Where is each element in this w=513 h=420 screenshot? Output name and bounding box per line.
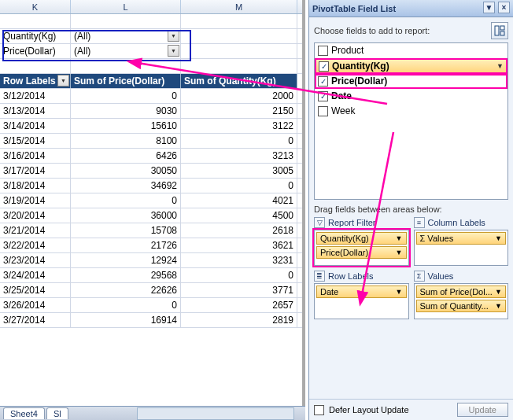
checkbox-icon[interactable] — [318, 106, 328, 116]
area-chip[interactable]: Price(Dollar)▼ — [316, 246, 407, 259]
chevron-down-icon[interactable]: ▼ — [495, 234, 502, 242]
value1-cell[interactable]: 6426 — [71, 149, 181, 163]
area-chip[interactable]: Sum of Quantity...▼ — [416, 300, 507, 312]
chevron-down-icon[interactable]: ▼ — [396, 249, 403, 256]
value2-cell[interactable]: 3621 — [181, 238, 297, 252]
date-cell[interactable]: 3/13/2014 — [0, 104, 71, 118]
value2-cell[interactable]: 2000 — [181, 89, 297, 103]
pane-close-icon[interactable]: × — [498, 2, 510, 13]
value1-cell[interactable]: 29568 — [71, 268, 181, 282]
value2-cell[interactable]: 3231 — [181, 253, 297, 267]
field-item-date[interactable]: ✓Date — [315, 89, 507, 104]
row-labels-header[interactable]: Row Labels ▼ — [0, 74, 71, 88]
date-cell[interactable]: 3/24/2014 — [0, 268, 71, 282]
filter-label-1[interactable]: Quantity(Kg) — [0, 29, 71, 43]
date-cell[interactable]: 3/17/2014 — [0, 164, 71, 178]
field-item-quantity-kg-[interactable]: ✓Quantity(Kg)▼ — [315, 58, 507, 74]
horizontal-scrollbar[interactable] — [137, 407, 294, 420]
column-header-k[interactable]: K — [0, 0, 71, 13]
value2-cell[interactable]: 3771 — [181, 283, 297, 297]
chevron-down-icon[interactable]: ▼ — [396, 234, 403, 242]
checkbox-icon[interactable]: ✓ — [319, 61, 329, 72]
value2-cell[interactable]: 3122 — [181, 119, 297, 133]
table-row: 3/17/2014300503005 — [0, 164, 302, 179]
area-row-labels-list[interactable]: Date▼ — [314, 283, 409, 319]
column-header-m[interactable]: M — [181, 0, 297, 13]
defer-checkbox[interactable] — [314, 405, 324, 415]
area-column-labels-list[interactable]: Σ Values▼ — [414, 230, 509, 266]
col2-header[interactable]: Sum of Quantity(Kg) — [181, 74, 297, 88]
value2-cell[interactable]: 2150 — [181, 104, 297, 118]
value1-cell[interactable]: 21726 — [71, 238, 181, 252]
field-list[interactable]: Product✓Quantity(Kg)▼✓Price(Dollar)✓Date… — [314, 42, 508, 200]
value1-cell[interactable]: 15610 — [71, 119, 181, 133]
value2-cell[interactable]: 0 — [181, 179, 297, 193]
date-cell[interactable]: 3/21/2014 — [0, 223, 71, 238]
pane-menu-icon[interactable]: ▼ — [483, 2, 495, 13]
layout-options-button[interactable] — [491, 22, 508, 39]
filter-value-2[interactable]: (All) ▼ — [71, 44, 181, 58]
chevron-down-icon[interactable]: ▼ — [496, 62, 504, 70]
area-chip[interactable]: Sum of Price(Dol...▼ — [416, 286, 507, 298]
pane-title-bar: PivotTable Field List ▼ × — [309, 0, 513, 17]
value2-cell[interactable]: 2657 — [181, 298, 297, 312]
col1-header[interactable]: Sum of Price(Dollar) — [71, 74, 181, 88]
value2-cell[interactable]: 2819 — [181, 313, 297, 327]
checkbox-icon[interactable] — [318, 46, 328, 56]
date-cell[interactable]: 3/15/2014 — [0, 134, 71, 148]
value2-cell[interactable]: 0 — [181, 268, 297, 282]
field-item-week[interactable]: Week — [315, 104, 507, 119]
date-cell[interactable]: 3/25/2014 — [0, 283, 71, 297]
column-header-l[interactable]: L — [71, 0, 181, 13]
value2-cell[interactable]: 3213 — [181, 149, 297, 163]
value1-cell[interactable]: 22626 — [71, 283, 181, 297]
value1-cell[interactable]: 0 — [71, 298, 181, 312]
value2-cell[interactable]: 2618 — [181, 223, 297, 238]
date-cell[interactable]: 3/26/2014 — [0, 298, 71, 312]
date-cell[interactable]: 3/18/2014 — [0, 179, 71, 193]
value1-cell[interactable]: 15708 — [71, 223, 181, 238]
filter-value-1[interactable]: (All) ▼ — [71, 29, 181, 43]
date-cell[interactable]: 3/20/2014 — [0, 208, 71, 223]
value1-cell[interactable]: 0 — [71, 193, 181, 208]
date-cell[interactable]: 3/23/2014 — [0, 253, 71, 267]
area-chip[interactable]: Date▼ — [316, 286, 407, 298]
area-values-list[interactable]: Sum of Price(Dol...▼Sum of Quantity...▼ — [414, 283, 509, 319]
checkbox-icon[interactable]: ✓ — [318, 76, 328, 87]
value1-cell[interactable]: 30050 — [71, 164, 181, 178]
date-cell[interactable]: 3/12/2014 — [0, 89, 71, 103]
value2-cell[interactable]: 3005 — [181, 164, 297, 178]
value1-cell[interactable]: 12924 — [71, 253, 181, 267]
date-cell[interactable]: 3/16/2014 — [0, 149, 71, 163]
field-item-price-dollar-[interactable]: ✓Price(Dollar) — [315, 74, 507, 89]
value2-cell[interactable]: 0 — [181, 134, 297, 148]
chevron-down-icon[interactable]: ▼ — [495, 302, 502, 310]
value1-cell[interactable]: 36000 — [71, 208, 181, 223]
value1-cell[interactable]: 34692 — [71, 179, 181, 193]
row-labels-dropdown[interactable]: ▼ — [57, 75, 69, 87]
value2-cell[interactable]: 4500 — [181, 208, 297, 223]
field-item-product[interactable]: Product — [315, 43, 507, 58]
checkbox-icon[interactable]: ✓ — [318, 91, 328, 101]
value1-cell[interactable]: 16914 — [71, 313, 181, 327]
filter-dropdown-1[interactable]: ▼ — [168, 30, 179, 42]
update-button[interactable]: Update — [457, 403, 508, 417]
area-chip[interactable]: Σ Values▼ — [416, 232, 507, 245]
chevron-down-icon[interactable]: ▼ — [495, 288, 502, 296]
value1-cell[interactable]: 9030 — [71, 104, 181, 118]
date-cell[interactable]: 3/27/2014 — [0, 313, 71, 327]
value1-cell[interactable]: 8100 — [71, 134, 181, 148]
chevron-down-icon[interactable]: ▼ — [396, 288, 403, 296]
date-cell[interactable]: 3/22/2014 — [0, 238, 71, 252]
date-cell[interactable]: 3/19/2014 — [0, 193, 71, 208]
area-report-filter-list[interactable]: Quantity(Kg)▼Price(Dollar)▼ — [314, 230, 409, 266]
value1-cell[interactable]: 0 — [71, 89, 181, 103]
tab-next[interactable]: Sl — [46, 407, 68, 419]
report-filter-row-2: Price(Dollar) (All) ▼ — [0, 44, 302, 59]
area-chip[interactable]: Quantity(Kg)▼ — [316, 232, 407, 245]
filter-dropdown-2[interactable]: ▼ — [168, 45, 179, 57]
filter-label-2[interactable]: Price(Dollar) — [0, 44, 71, 58]
value2-cell[interactable]: 4021 — [181, 193, 297, 208]
date-cell[interactable]: 3/14/2014 — [0, 119, 71, 133]
tab-sheet4[interactable]: Sheet4 — [3, 407, 45, 419]
